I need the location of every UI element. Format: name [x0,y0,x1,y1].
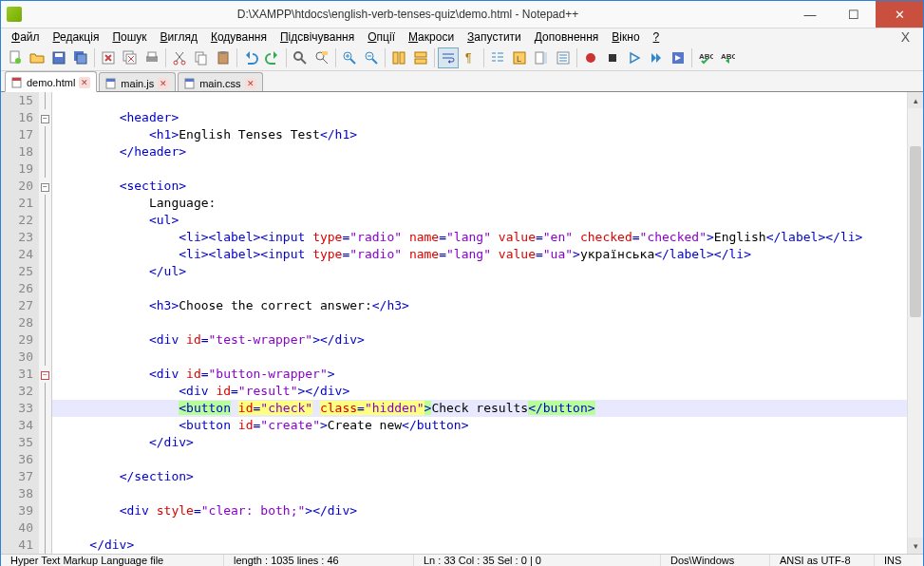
menu-запустити[interactable]: Запустити [461,28,528,46]
zoom-out-button[interactable] [361,47,382,68]
svg-rect-30 [544,52,547,64]
paste-button[interactable] [213,47,234,68]
svg-rect-24 [415,52,426,57]
svg-text:L: L [517,54,521,64]
svg-rect-14 [198,55,206,65]
menu-редакція[interactable]: Редакція [47,28,106,46]
find-button[interactable] [290,47,311,68]
close-all-button[interactable] [120,47,141,68]
svg-rect-5 [77,54,86,64]
menu-підсвічування[interactable]: Підсвічування [273,28,361,46]
close-file-button[interactable] [98,47,119,68]
svg-point-17 [294,52,302,60]
svg-rect-23 [400,52,405,64]
svg-text:¶: ¶ [465,51,471,65]
scroll-down-button[interactable]: ▾ [908,538,923,554]
line-number-gutter[interactable]: 1516171819202122232425262728293031323334… [1,92,39,554]
svg-rect-42 [185,79,194,82]
minimize-button[interactable]: — [788,1,832,28]
show-all-chars-button[interactable]: ¶ [460,47,481,68]
tab-main-js[interactable]: main.js✕ [99,72,176,91]
funclist-button[interactable] [553,47,574,68]
save-macro-button[interactable] [668,47,688,68]
tab-bar: demo.html✕main.js✕main.css✕ [1,71,923,92]
sync-h-button[interactable] [410,47,431,68]
tab-close-icon[interactable]: ✕ [245,78,256,89]
window-title: D:\XAMPP\htdocs\english-verb-tenses-quiz… [28,8,788,21]
svg-rect-16 [220,51,226,54]
statusbar: Hyper Text Markup Language file length :… [1,554,923,566]
svg-rect-22 [393,52,398,64]
record-macro-button[interactable] [580,47,601,68]
status-position: Ln : 33 Col : 35 Sel : 0 | 0 [414,555,661,566]
svg-rect-40 [106,79,115,82]
replace-button[interactable] [311,47,332,68]
svg-rect-10 [148,52,156,57]
spellcheck-button[interactable]: ABC [695,47,716,68]
svg-rect-33 [609,54,616,62]
menu-опції[interactable]: Опції [361,28,402,46]
svg-rect-29 [536,52,543,64]
copy-button[interactable] [191,47,212,68]
save-button[interactable] [48,47,69,68]
print-button[interactable] [141,47,162,68]
svg-rect-25 [415,59,426,64]
svg-rect-3 [55,53,63,57]
menu-вигляд[interactable]: Вигляд [154,28,204,46]
menu-доповнення[interactable]: Доповнення [528,28,606,46]
vertical-scrollbar[interactable]: ▴ ▾ [907,92,923,554]
status-insert-mode: INS [875,555,923,566]
tab-close-icon[interactable]: ✕ [158,78,169,89]
menu-вікно[interactable]: Вікно [605,28,646,46]
scroll-up-button[interactable]: ▴ [908,92,923,108]
svg-point-32 [586,53,595,63]
cut-button[interactable] [169,47,190,68]
menubar-close-icon[interactable]: X [892,29,919,45]
udl-button[interactable]: L [509,47,530,68]
status-filetype: Hyper Text Markup Language file [1,555,224,566]
status-eol: Dos\Windows [661,555,770,566]
undo-button[interactable] [240,47,261,68]
scroll-track[interactable] [908,108,923,538]
menu-макроси[interactable]: Макроси [402,28,461,46]
menu-кодування[interactable]: Кодування [204,28,273,46]
titlebar[interactable]: D:\XAMPP\htdocs\english-verb-tenses-quiz… [1,1,923,28]
docmap-button[interactable] [531,47,552,68]
play-multi-button[interactable] [646,47,667,68]
save-all-button[interactable] [70,47,91,68]
tab-demo-html[interactable]: demo.html✕ [5,71,97,92]
spellcheck-next-button[interactable]: ABC [717,47,738,68]
maximize-button[interactable]: ☐ [832,1,876,28]
svg-rect-19 [322,51,328,55]
code-editor[interactable]: <header> <h1>English Tenses Test</h1> </… [52,92,907,554]
zoom-in-button[interactable] [339,47,360,68]
svg-rect-38 [12,78,21,81]
sync-v-button[interactable] [388,47,409,68]
fold-column[interactable]: −−− [39,92,52,554]
menu-файл[interactable]: Файл [5,28,47,46]
svg-point-1 [15,58,21,64]
menubar: ФайлРедакціяПошукВиглядКодуванняПідсвічу… [1,28,923,46]
editor-area: 1516171819202122232425262728293031323334… [1,92,923,554]
wordwrap-button[interactable] [438,47,459,68]
menu-пошук[interactable]: Пошук [105,28,153,46]
app-window: D:\XAMPP\htdocs\english-verb-tenses-quiz… [0,0,924,566]
indent-guide-button[interactable] [487,47,508,68]
menu-?[interactable]: ? [647,28,667,46]
play-macro-button[interactable] [624,47,645,68]
stop-macro-button[interactable] [602,47,623,68]
scroll-thumb[interactable] [910,146,921,317]
toolbar: ¶ L ABC ABC [1,46,923,71]
open-file-button[interactable] [27,47,47,68]
new-file-button[interactable] [5,47,26,68]
tab-close-icon[interactable]: ✕ [79,77,90,88]
app-icon [7,7,22,22]
tab-main-css[interactable]: main.css✕ [178,72,262,91]
redo-button[interactable] [262,47,283,68]
status-length: length : 1035 lines : 46 [224,555,414,566]
close-button[interactable]: ✕ [876,1,923,28]
status-encoding: ANSI as UTF-8 [770,555,875,566]
